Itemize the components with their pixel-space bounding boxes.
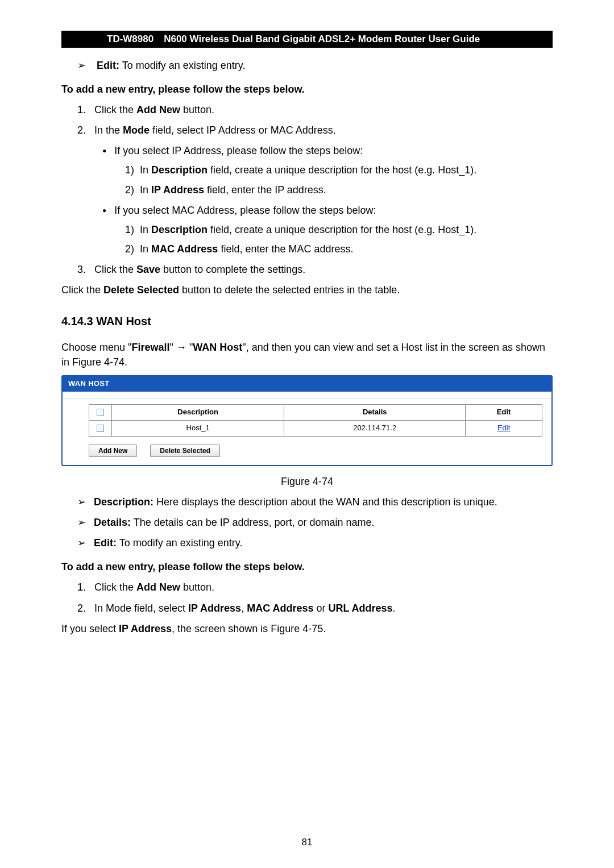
- step-3: 3.Click the Save button to complete the …: [77, 262, 553, 277]
- figure-caption: Figure 4-74: [61, 474, 553, 489]
- doc-header: TD-W8980 N600 Wireless Dual Band Gigabit…: [61, 31, 553, 48]
- add-steps-list: 1.Click the Add New button. 2.In the Mod…: [77, 102, 553, 277]
- col-description: Description: [112, 405, 284, 421]
- add-entry-intro: To add a new entry, please follow the st…: [61, 82, 553, 97]
- edit-definition: Edit: To modify an existing entry.: [77, 58, 553, 73]
- definition-list: Description: Here displays the descripti…: [77, 495, 553, 550]
- mac-step-1: 1)In Description field, create a unique …: [125, 222, 553, 237]
- step-1: 1.Click the Add New button.: [77, 102, 553, 117]
- mac-step-2: 2)In MAC Address field, enter the MAC ad…: [125, 242, 553, 256]
- add-entry-intro-2: To add a new entry, please follow the st…: [61, 559, 553, 574]
- model-label: TD-W8980: [61, 32, 159, 47]
- step2-2: 2.In Mode field, select IP Address, MAC …: [77, 601, 553, 616]
- step2-1: 1.Click the Add New button.: [77, 580, 553, 595]
- row-details: 202.114.71.2: [284, 421, 466, 437]
- def-description: Description: Here displays the descripti…: [77, 495, 553, 509]
- add-new-button[interactable]: Add New: [89, 445, 137, 457]
- checkbox-icon[interactable]: [97, 409, 104, 416]
- delete-selected-button[interactable]: Delete Selected: [150, 445, 220, 457]
- row-select-cell[interactable]: [89, 421, 112, 437]
- mac-branch: If you select MAC Address, please follow…: [102, 203, 553, 256]
- delete-selected-note: Click the Delete Selected button to dele…: [61, 283, 553, 297]
- col-edit: Edit: [466, 405, 542, 421]
- ip-step-1: 1)In Description field, create a unique …: [125, 163, 553, 177]
- wan-host-table: Description Details Edit Host_1 202.114.…: [89, 404, 542, 437]
- doc-title: N600 Wireless Dual Band Gigabit ADSL2+ M…: [159, 32, 480, 47]
- row-description: Host_1: [112, 421, 284, 437]
- page-number: 81: [0, 836, 614, 850]
- wan-host-panel: WAN HOST Description Details Edit Host_1…: [61, 375, 553, 466]
- table-row: Host_1 202.114.71.2 Edit: [89, 421, 542, 437]
- edit-link[interactable]: Edit: [497, 423, 510, 432]
- wan-host-strip: [63, 392, 551, 398]
- ip-step-2: 2)In IP Address field, enter the IP addr…: [125, 182, 553, 197]
- def-edit: Edit: To modify an existing entry.: [77, 535, 553, 550]
- col-details: Details: [284, 405, 466, 421]
- select-all-cell[interactable]: [89, 405, 112, 421]
- wan-host-title: WAN HOST: [63, 376, 551, 392]
- table-header-row: Description Details Edit: [89, 405, 542, 421]
- step-2: 2.In the Mode field, select IP Address o…: [77, 123, 553, 256]
- checkbox-icon[interactable]: [97, 425, 104, 432]
- ip-select-note: If you select IP Address, the screen sho…: [61, 621, 553, 636]
- choose-menu-para: Choose menu "Firewall" → "WAN Host", and…: [61, 340, 553, 369]
- add-steps-list-2: 1.Click the Add New button. 2.In Mode fi…: [77, 580, 553, 615]
- ip-branch: If you select IP Address, please follow …: [102, 143, 553, 197]
- section-heading: 4.14.3 WAN Host: [61, 313, 553, 330]
- def-details: Details: The details can be IP address, …: [77, 515, 553, 530]
